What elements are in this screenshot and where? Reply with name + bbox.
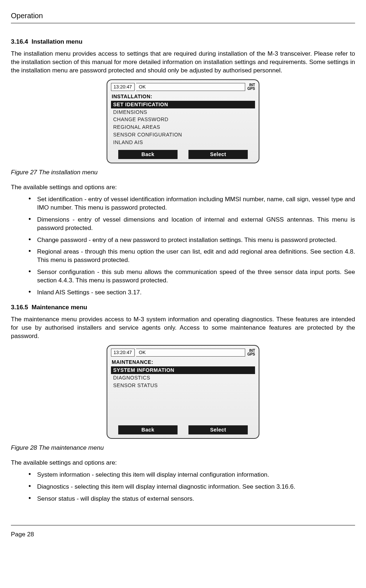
option-dimensions: Dimensions - entry of vessel dimensions …	[28, 216, 355, 233]
option-inland-ais: Inland AIS Settings - see section 3.17.	[28, 289, 355, 297]
status-time: 13:20:47	[111, 349, 135, 357]
options1-intro: The available settings and options are:	[11, 183, 355, 192]
status-gps: INT GPS	[247, 83, 255, 91]
menu-list-installation: SET IDENTIFICATION DIMENSIONS CHANGE PAS…	[111, 101, 255, 146]
device-screen-maintenance: 13:20:47 OK INT GPS MAINTENANCE: SYSTEM …	[107, 345, 259, 439]
menu-item-change-password[interactable]: CHANGE PASSWORD	[111, 116, 255, 123]
figure-28-container: 13:20:47 OK INT GPS MAINTENANCE: SYSTEM …	[11, 345, 355, 439]
status-ok: OK	[136, 349, 245, 357]
menu-item-system-information[interactable]: SYSTEM INFORMATION	[111, 366, 255, 374]
figure-27-container: 13:20:47 OK INT GPS INSTALLATION: SET ID…	[11, 79, 355, 163]
page-number: Page 28	[11, 531, 355, 539]
softkey-row: Back Select	[111, 425, 255, 434]
page-header: Operation	[11, 11, 355, 21]
options-list-2: System information - selecting this item…	[11, 471, 355, 503]
section2-paragraph: The maintenance menu provides access to …	[11, 315, 355, 341]
status-ok: OK	[136, 83, 245, 91]
gps-line2: GPS	[247, 353, 255, 356]
section-heading-maintenance: 3.16.5 Maintenance menu	[11, 303, 355, 312]
select-button[interactable]: Select	[188, 150, 248, 159]
status-bar: 13:20:47 OK INT GPS	[111, 83, 255, 91]
menu-item-sensor-status[interactable]: SENSOR STATUS	[111, 382, 255, 389]
option-sensor-configuration: Sensor configuration - this sub menu all…	[28, 268, 355, 285]
option-regional-areas: Regional areas - through this menu optio…	[28, 248, 355, 265]
menu-list-maintenance: SYSTEM INFORMATION DIAGNOSTICS SENSOR ST…	[111, 366, 255, 389]
menu-item-inland-ais[interactable]: INLAND AIS	[111, 139, 255, 146]
menu-item-dimensions[interactable]: DIMENSIONS	[111, 108, 255, 116]
section-title: Installation menu	[32, 38, 83, 45]
status-bar: 13:20:47 OK INT GPS	[111, 349, 255, 357]
status-gps: INT GPS	[247, 349, 255, 356]
menu-title-installation: INSTALLATION:	[112, 93, 255, 100]
menu-item-set-identification[interactable]: SET IDENTIFICATION	[111, 101, 255, 108]
option-set-identification: Set identification - entry of vessel ide…	[28, 195, 355, 212]
section-number: 3.16.4	[11, 38, 28, 45]
menu-item-regional-areas[interactable]: REGIONAL AREAS	[111, 123, 255, 131]
device-screen-installation: 13:20:47 OK INT GPS INSTALLATION: SET ID…	[107, 79, 259, 163]
figure-27-caption: Figure 27 The installation menu	[11, 168, 355, 177]
option-diagnostics: Diagnostics - selecting this item will d…	[28, 483, 355, 491]
menu-item-diagnostics[interactable]: DIAGNOSTICS	[111, 374, 255, 382]
option-sensor-status: Sensor status - will display the status …	[28, 495, 355, 503]
back-button[interactable]: Back	[118, 425, 178, 434]
options-list-1: Set identification - entry of vessel ide…	[11, 195, 355, 297]
menu-item-sensor-configuration[interactable]: SENSOR CONFIGURATION	[111, 131, 255, 139]
option-change-password: Change password - entry of a new passwor…	[28, 236, 355, 245]
status-time: 13:20:47	[111, 83, 135, 91]
section-number: 3.16.5	[11, 304, 28, 311]
section-title: Maintenance menu	[32, 304, 87, 311]
section1-paragraph: The installation menu provides access to…	[11, 50, 355, 75]
menu-spacer	[111, 389, 255, 422]
figure-28-caption: Figure 28 The maintenance menu	[11, 444, 355, 452]
gps-line2: GPS	[247, 87, 255, 91]
option-system-information: System information - selecting this item…	[28, 471, 355, 479]
softkey-row: Back Select	[111, 150, 255, 159]
footer-rule	[11, 525, 355, 525]
options2-intro: The available settings and options are:	[11, 459, 355, 467]
section-heading-installation: 3.16.4 Installation menu	[11, 38, 355, 46]
header-rule	[11, 23, 355, 23]
menu-title-maintenance: MAINTENANCE:	[112, 359, 255, 366]
back-button[interactable]: Back	[118, 150, 178, 159]
select-button[interactable]: Select	[188, 425, 248, 434]
